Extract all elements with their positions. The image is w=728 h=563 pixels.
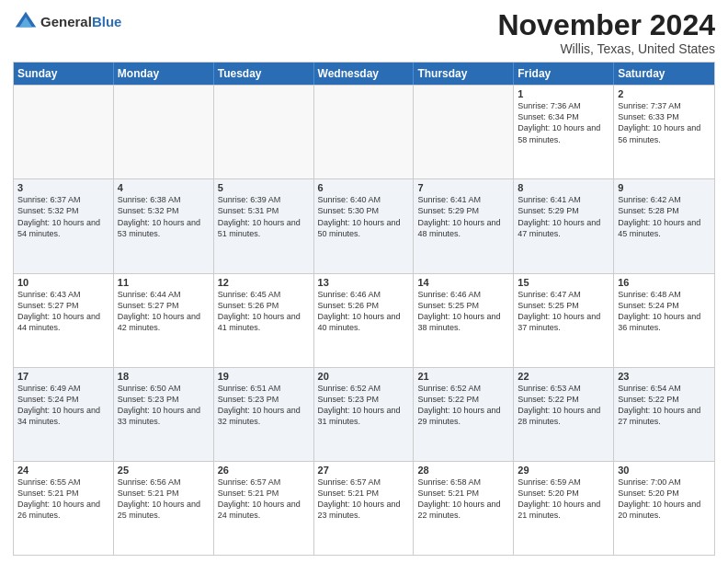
calendar-row-4: 24Sunrise: 6:55 AM Sunset: 5:21 PM Dayli…: [14, 461, 714, 555]
header-tuesday: Tuesday: [214, 63, 314, 85]
calendar-cell-r1-c1: 4Sunrise: 6:38 AM Sunset: 5:32 PM Daylig…: [114, 179, 214, 272]
header-saturday: Saturday: [614, 63, 714, 85]
day-info: Sunrise: 6:44 AM Sunset: 5:27 PM Dayligh…: [118, 289, 210, 334]
day-info: Sunrise: 6:47 AM Sunset: 5:25 PM Dayligh…: [518, 289, 609, 334]
logo-general: General: [40, 14, 92, 29]
day-info: Sunrise: 6:43 AM Sunset: 5:27 PM Dayligh…: [17, 289, 109, 334]
day-info: Sunrise: 6:41 AM Sunset: 5:29 PM Dayligh…: [518, 194, 609, 239]
calendar-cell-r2-c2: 12Sunrise: 6:45 AM Sunset: 5:26 PM Dayli…: [214, 274, 314, 367]
day-number: 8: [518, 182, 609, 193]
calendar-row-1: 3Sunrise: 6:37 AM Sunset: 5:32 PM Daylig…: [14, 178, 714, 272]
logo-area: GeneralBlue: [13, 9, 121, 35]
day-info: Sunrise: 6:46 AM Sunset: 5:25 PM Dayligh…: [417, 289, 509, 334]
day-number: 28: [417, 465, 509, 476]
calendar-cell-r1-c0: 3Sunrise: 6:37 AM Sunset: 5:32 PM Daylig…: [14, 179, 114, 272]
calendar-cell-r2-c0: 10Sunrise: 6:43 AM Sunset: 5:27 PM Dayli…: [14, 274, 114, 367]
day-number: 14: [417, 277, 509, 288]
day-info: Sunrise: 6:59 AM Sunset: 5:20 PM Dayligh…: [518, 477, 609, 522]
day-number: 11: [118, 277, 210, 288]
calendar-cell-r4-c4: 28Sunrise: 6:58 AM Sunset: 5:21 PM Dayli…: [414, 462, 514, 555]
calendar-cell-r3-c6: 23Sunrise: 6:54 AM Sunset: 5:22 PM Dayli…: [614, 368, 714, 461]
calendar-cell-r0-c0: [14, 86, 114, 178]
calendar: Sunday Monday Tuesday Wednesday Thursday…: [13, 62, 715, 556]
day-number: 18: [118, 371, 210, 382]
calendar-cell-r3-c2: 19Sunrise: 6:51 AM Sunset: 5:23 PM Dayli…: [214, 368, 314, 461]
day-number: 29: [518, 465, 609, 476]
calendar-cell-r2-c5: 15Sunrise: 6:47 AM Sunset: 5:25 PM Dayli…: [514, 274, 614, 367]
calendar-cell-r2-c1: 11Sunrise: 6:44 AM Sunset: 5:27 PM Dayli…: [114, 274, 214, 367]
day-info: Sunrise: 7:36 AM Sunset: 6:34 PM Dayligh…: [518, 100, 609, 145]
day-number: 5: [218, 182, 310, 193]
day-info: Sunrise: 6:49 AM Sunset: 5:24 PM Dayligh…: [17, 383, 109, 428]
logo-blue: Blue: [92, 14, 122, 29]
day-info: Sunrise: 6:42 AM Sunset: 5:28 PM Dayligh…: [618, 194, 711, 239]
day-number: 12: [218, 277, 310, 288]
day-info: Sunrise: 6:38 AM Sunset: 5:32 PM Dayligh…: [118, 194, 210, 239]
day-info: Sunrise: 6:46 AM Sunset: 5:26 PM Dayligh…: [318, 289, 410, 334]
day-number: 10: [17, 277, 109, 288]
day-number: 27: [318, 465, 410, 476]
calendar-cell-r3-c3: 20Sunrise: 6:52 AM Sunset: 5:23 PM Dayli…: [314, 368, 415, 461]
calendar-cell-r1-c4: 7Sunrise: 6:41 AM Sunset: 5:29 PM Daylig…: [414, 179, 514, 272]
calendar-cell-r3-c0: 17Sunrise: 6:49 AM Sunset: 5:24 PM Dayli…: [14, 368, 114, 461]
calendar-row-0: 1Sunrise: 7:36 AM Sunset: 6:34 PM Daylig…: [14, 85, 714, 178]
calendar-cell-r3-c5: 22Sunrise: 6:53 AM Sunset: 5:22 PM Dayli…: [514, 368, 614, 461]
calendar-cell-r0-c6: 2Sunrise: 7:37 AM Sunset: 6:33 PM Daylig…: [614, 86, 714, 178]
day-number: 9: [618, 182, 711, 193]
header-sunday: Sunday: [14, 63, 114, 85]
calendar-cell-r0-c2: [214, 86, 314, 178]
calendar-cell-r3-c4: 21Sunrise: 6:52 AM Sunset: 5:22 PM Dayli…: [414, 368, 514, 461]
calendar-cell-r1-c3: 6Sunrise: 6:40 AM Sunset: 5:30 PM Daylig…: [314, 179, 415, 272]
header-thursday: Thursday: [414, 63, 514, 85]
day-info: Sunrise: 6:40 AM Sunset: 5:30 PM Dayligh…: [318, 194, 410, 239]
day-number: 26: [218, 465, 310, 476]
day-number: 4: [118, 182, 210, 193]
calendar-cell-r4-c5: 29Sunrise: 6:59 AM Sunset: 5:20 PM Dayli…: [514, 462, 614, 555]
day-info: Sunrise: 6:51 AM Sunset: 5:23 PM Dayligh…: [218, 383, 310, 428]
header: GeneralBlue November 2024 Willis, Texas,…: [13, 9, 715, 56]
month-title: November 2024: [497, 9, 715, 41]
day-number: 25: [118, 465, 210, 476]
logo-text: GeneralBlue: [40, 14, 121, 29]
calendar-cell-r4-c3: 27Sunrise: 6:57 AM Sunset: 5:21 PM Dayli…: [314, 462, 415, 555]
day-number: 7: [417, 182, 509, 193]
header-friday: Friday: [514, 63, 614, 85]
day-info: Sunrise: 6:57 AM Sunset: 5:21 PM Dayligh…: [318, 477, 410, 522]
day-info: Sunrise: 6:41 AM Sunset: 5:29 PM Dayligh…: [417, 194, 509, 239]
day-number: 6: [318, 182, 410, 193]
day-number: 19: [218, 371, 310, 382]
calendar-cell-r2-c4: 14Sunrise: 6:46 AM Sunset: 5:25 PM Dayli…: [414, 274, 514, 367]
day-number: 13: [318, 277, 410, 288]
day-info: Sunrise: 6:50 AM Sunset: 5:23 PM Dayligh…: [118, 383, 210, 428]
day-info: Sunrise: 6:52 AM Sunset: 5:23 PM Dayligh…: [318, 383, 410, 428]
calendar-cell-r1-c5: 8Sunrise: 6:41 AM Sunset: 5:29 PM Daylig…: [514, 179, 614, 272]
header-wednesday: Wednesday: [314, 63, 415, 85]
day-number: 20: [318, 371, 410, 382]
day-info: Sunrise: 6:37 AM Sunset: 5:32 PM Dayligh…: [17, 194, 109, 239]
calendar-cell-r1-c2: 5Sunrise: 6:39 AM Sunset: 5:31 PM Daylig…: [214, 179, 314, 272]
day-number: 17: [17, 371, 109, 382]
day-number: 23: [618, 371, 711, 382]
day-number: 30: [618, 465, 711, 476]
day-info: Sunrise: 6:48 AM Sunset: 5:24 PM Dayligh…: [618, 289, 711, 334]
day-info: Sunrise: 6:58 AM Sunset: 5:21 PM Dayligh…: [417, 477, 509, 522]
logo-icon: [13, 9, 39, 35]
location: Willis, Texas, United States: [497, 41, 715, 56]
day-info: Sunrise: 6:56 AM Sunset: 5:21 PM Dayligh…: [118, 477, 210, 522]
day-info: Sunrise: 6:53 AM Sunset: 5:22 PM Dayligh…: [518, 383, 609, 428]
day-info: Sunrise: 7:00 AM Sunset: 5:20 PM Dayligh…: [618, 477, 711, 522]
day-number: 2: [618, 88, 711, 99]
calendar-cell-r2-c3: 13Sunrise: 6:46 AM Sunset: 5:26 PM Dayli…: [314, 274, 415, 367]
day-info: Sunrise: 6:57 AM Sunset: 5:21 PM Dayligh…: [218, 477, 310, 522]
calendar-row-2: 10Sunrise: 6:43 AM Sunset: 5:27 PM Dayli…: [14, 273, 714, 367]
day-number: 21: [417, 371, 509, 382]
calendar-cell-r4-c1: 25Sunrise: 6:56 AM Sunset: 5:21 PM Dayli…: [114, 462, 214, 555]
calendar-cell-r0-c4: [414, 86, 514, 178]
day-info: Sunrise: 6:45 AM Sunset: 5:26 PM Dayligh…: [218, 289, 310, 334]
calendar-cell-r4-c6: 30Sunrise: 7:00 AM Sunset: 5:20 PM Dayli…: [614, 462, 714, 555]
day-number: 16: [618, 277, 711, 288]
calendar-cell-r1-c6: 9Sunrise: 6:42 AM Sunset: 5:28 PM Daylig…: [614, 179, 714, 272]
calendar-cell-r4-c0: 24Sunrise: 6:55 AM Sunset: 5:21 PM Dayli…: [14, 462, 114, 555]
day-info: Sunrise: 6:55 AM Sunset: 5:21 PM Dayligh…: [17, 477, 109, 522]
calendar-header: Sunday Monday Tuesday Wednesday Thursday…: [14, 63, 714, 85]
